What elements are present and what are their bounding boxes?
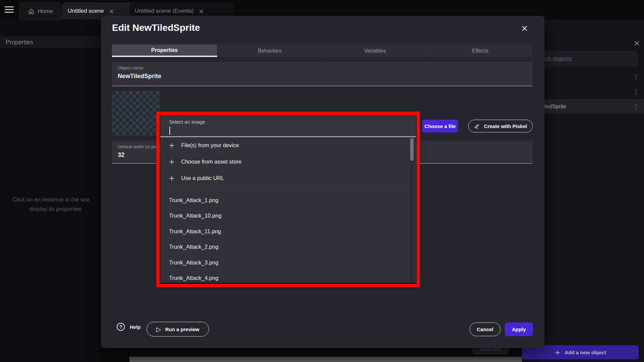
tab-properties[interactable]: Properties (112, 45, 217, 57)
properties-empty-text-line1: Click on an instance in the sce (12, 196, 90, 203)
file-option[interactable]: Trunk_Attack_11.png (160, 224, 416, 239)
hamburger-menu-icon[interactable] (5, 6, 14, 13)
select-image-field[interactable]: Select an image (160, 115, 416, 137)
object-name-field[interactable]: Object name NewTiledSprite (112, 62, 533, 86)
properties-panel-title: Properties (6, 39, 33, 46)
select-image-input[interactable] (169, 126, 372, 136)
tab-close-icon[interactable]: × (109, 8, 114, 14)
file-option[interactable]: Trunk_Attack_10.png (160, 208, 416, 224)
option-label: Use a public URL (181, 175, 224, 181)
kebab-menu-icon[interactable]: ⋮ (633, 88, 639, 96)
default-width-label: Default width (in pixels) (118, 144, 165, 149)
file-option[interactable]: Trunk_Attack_2.png (160, 239, 416, 255)
help-label: Help (130, 324, 141, 330)
file-option[interactable]: Trunk_Attack_3.png (160, 255, 416, 270)
file-option[interactable]: Trunk_Attack_4.png (160, 270, 416, 283)
tab-home-label: Home (38, 8, 53, 15)
add-new-object-label: Add a new object (565, 350, 606, 355)
options-divider (166, 189, 411, 189)
run-a-preview-label: Run a preview (165, 326, 199, 332)
option-choose-from-asset-store[interactable]: + Choose from asset store (160, 154, 416, 170)
select-image-label: Select an image (169, 119, 205, 125)
popover-scrollbar-thumb[interactable] (410, 138, 414, 161)
kebab-menu-icon[interactable]: ⋮ (633, 103, 639, 110)
help-button[interactable]: ? Help (117, 323, 141, 331)
dialog-close-icon[interactable]: × (521, 23, 528, 33)
select-image-popover: Select an image + File(s) from your devi… (160, 115, 416, 283)
plus-icon: + (168, 141, 175, 149)
create-with-piskel-label: Create with Piskel (484, 123, 527, 129)
plus-icon: + (168, 158, 175, 166)
tab-behaviors[interactable]: Behaviors (217, 45, 323, 57)
text-caret (169, 127, 170, 135)
play-icon: ▷ (156, 325, 161, 333)
dialog-title: Edit NewTiledSprite (112, 22, 200, 33)
object-name-value[interactable]: NewTiledSprite (118, 73, 161, 80)
properties-panel: Properties (0, 19, 101, 362)
object-name-label: Object name (118, 65, 144, 70)
option-label: File(s) from your device (181, 142, 239, 148)
file-option[interactable]: Trunk_Attack_1.png (160, 192, 416, 208)
tab-variables[interactable]: Variables (323, 45, 428, 57)
kebab-menu-icon[interactable]: ⋮ (633, 73, 639, 81)
apply-button[interactable]: Apply (505, 322, 533, 336)
dialog-tab-bar: Properties Behaviors Variables Effects (112, 45, 533, 57)
close-panel-icon[interactable]: × (633, 39, 640, 47)
default-width-value[interactable]: 32 (118, 152, 124, 159)
tab-untitled-scene-events-label: Untitled scene (Events) (135, 8, 194, 14)
properties-empty-text-line2: display its properties (30, 206, 82, 213)
plus-icon: + (168, 174, 175, 182)
cancel-button[interactable]: Cancel (470, 322, 500, 336)
app-root: Home Untitled scene × Untitled scene (Ev… (0, 0, 644, 362)
create-with-piskel-button[interactable]: Create with Piskel (468, 120, 533, 132)
choose-a-file-button[interactable]: Choose a file (422, 120, 458, 132)
tab-home[interactable]: Home (19, 2, 62, 20)
tab-close-icon[interactable]: × (199, 8, 204, 14)
tab-untitled-scene-label: Untitled scene (68, 8, 104, 14)
tab-effects[interactable]: Effects (428, 45, 533, 57)
sprite-transparent-preview (112, 91, 159, 135)
run-a-preview-button[interactable]: ▷ Run a preview (147, 322, 209, 337)
home-icon (28, 8, 35, 15)
select-image-options: + File(s) from your device + Choose from… (160, 137, 416, 283)
plus-icon: + (554, 348, 560, 357)
properties-panel-header: Properties (0, 36, 101, 48)
option-use-public-url[interactable]: + Use a public URL (160, 170, 416, 186)
help-icon: ? (117, 323, 125, 331)
pencil-icon (474, 123, 480, 129)
option-label: Choose from asset store (181, 159, 241, 165)
option-files-from-device[interactable]: + File(s) from your device (160, 137, 416, 154)
